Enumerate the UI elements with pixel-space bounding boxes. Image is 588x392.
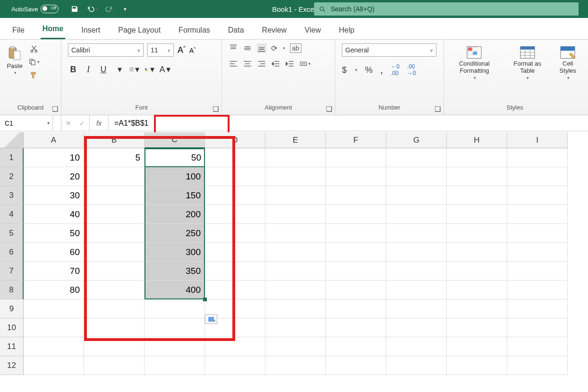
alignment-dialog-launcher[interactable] — [326, 106, 332, 112]
cell-C1[interactable]: 50 — [145, 148, 205, 167]
cell-F7[interactable] — [326, 262, 386, 281]
cell-I2[interactable] — [507, 167, 568, 186]
cell-C11[interactable] — [145, 337, 205, 356]
align-left-icon[interactable] — [229, 59, 238, 68]
row-header-11[interactable]: 11 — [0, 337, 24, 356]
row-header-12[interactable]: 12 — [0, 356, 24, 375]
tab-review[interactable]: Review — [260, 22, 289, 39]
grow-font-icon[interactable]: A^ — [178, 45, 186, 55]
cell-E9[interactable] — [265, 299, 326, 318]
cell-D1[interactable] — [205, 148, 265, 167]
row-header-1[interactable]: 1 — [0, 148, 24, 167]
cell-H10[interactable] — [447, 318, 507, 337]
cell-C4[interactable]: 200 — [145, 205, 205, 224]
cell-B3[interactable] — [84, 186, 145, 205]
cell-B5[interactable] — [84, 224, 145, 243]
cell-G3[interactable] — [386, 186, 447, 205]
cell-C5[interactable]: 250 — [145, 224, 205, 243]
search-box[interactable]: Search (Alt+Q) — [314, 2, 579, 16]
align-top-icon[interactable] — [229, 43, 238, 53]
comma-format-icon[interactable]: , — [380, 64, 383, 76]
cell-B8[interactable] — [84, 281, 145, 299]
format-as-table-button[interactable]: Format as Table▾ — [511, 43, 545, 80]
row-header-3[interactable]: 3 — [0, 186, 24, 205]
cell-F6[interactable] — [326, 243, 386, 262]
row-header-10[interactable]: 10 — [0, 318, 24, 337]
cell-D8[interactable] — [205, 281, 265, 299]
cell-A3[interactable]: 30 — [24, 186, 84, 205]
tab-formulas[interactable]: Formulas — [177, 22, 212, 39]
cell-G5[interactable] — [386, 224, 447, 243]
toggle-off-icon[interactable]: Off — [41, 5, 59, 13]
cell-I3[interactable] — [507, 186, 568, 205]
row-header-5[interactable]: 5 — [0, 224, 24, 243]
cell-F4[interactable] — [326, 205, 386, 224]
paste-button[interactable]: Paste ▾ — [7, 43, 23, 75]
cell-B7[interactable] — [84, 262, 145, 281]
cell-H6[interactable] — [447, 243, 507, 262]
row-header-6[interactable]: 6 — [0, 243, 24, 262]
row-header-4[interactable]: 4 — [0, 205, 24, 224]
cell-B12[interactable] — [84, 356, 145, 375]
align-bottom-icon[interactable] — [257, 43, 266, 53]
fill-handle[interactable] — [203, 298, 207, 301]
cell-E1[interactable] — [265, 148, 326, 167]
cell-H9[interactable] — [447, 299, 507, 318]
format-painter-icon[interactable] — [28, 70, 40, 80]
cell-E3[interactable] — [265, 186, 326, 205]
cell-I4[interactable] — [507, 205, 568, 224]
font-name-combo[interactable]: Calibri∨ — [68, 43, 144, 57]
enter-formula-icon[interactable]: ✓ — [79, 119, 85, 127]
fx-icon[interactable]: fx — [90, 115, 109, 131]
increase-decimal-icon[interactable]: ←0.00 — [391, 63, 400, 77]
col-header-A[interactable]: A — [24, 132, 84, 148]
cell-F12[interactable] — [326, 356, 386, 375]
autofill-options-icon[interactable] — [205, 315, 217, 324]
wrap-text-icon[interactable]: ab — [290, 43, 301, 53]
cell-I7[interactable] — [507, 262, 568, 281]
cell-C10[interactable] — [145, 318, 205, 337]
cell-E7[interactable] — [265, 262, 326, 281]
cell-D3[interactable] — [205, 186, 265, 205]
cell-C9[interactable] — [145, 299, 205, 318]
number-dialog-launcher[interactable] — [435, 106, 441, 112]
cell-B11[interactable] — [84, 337, 145, 356]
cell-A1[interactable]: 10 — [24, 148, 84, 167]
redo-icon[interactable]: ▾ — [105, 4, 116, 14]
cell-C12[interactable] — [145, 356, 205, 375]
cell-A10[interactable] — [24, 318, 84, 337]
cell-F2[interactable] — [326, 167, 386, 186]
cell-F9[interactable] — [326, 299, 386, 318]
cell-I11[interactable] — [507, 337, 568, 356]
font-color-icon[interactable]: A▾ — [160, 64, 170, 75]
decrease-decimal-icon[interactable]: .00→0 — [407, 63, 416, 77]
cell-A5[interactable]: 50 — [24, 224, 84, 243]
tab-file[interactable]: File — [10, 22, 26, 39]
cell-D4[interactable] — [205, 205, 265, 224]
name-box[interactable]: C1 ▾ — [0, 115, 53, 131]
col-header-G[interactable]: G — [386, 132, 447, 148]
cell-B2[interactable] — [84, 167, 145, 186]
col-header-F[interactable]: F — [326, 132, 386, 148]
decrease-indent-icon[interactable] — [271, 59, 281, 68]
font-dialog-launcher[interactable] — [213, 106, 219, 112]
cell-F3[interactable] — [326, 186, 386, 205]
col-header-I[interactable]: I — [507, 132, 568, 148]
tab-data[interactable]: Data — [226, 22, 246, 39]
undo-icon[interactable]: ▾ — [87, 4, 98, 14]
cell-H1[interactable] — [447, 148, 507, 167]
fill-color-icon[interactable]: ▾ — [145, 64, 155, 75]
cell-C7[interactable]: 350 — [145, 262, 205, 281]
row-header-2[interactable]: 2 — [0, 167, 24, 186]
cell-A8[interactable]: 80 — [24, 281, 84, 299]
cell-G12[interactable] — [386, 356, 447, 375]
cell-C2[interactable]: 100 — [145, 167, 205, 186]
col-header-C[interactable]: C — [145, 132, 205, 148]
underline-button[interactable]: U — [98, 65, 109, 75]
cell-F11[interactable] — [326, 337, 386, 356]
cell-G2[interactable] — [386, 167, 447, 186]
autosave-toggle[interactable]: AutoSave Off — [11, 5, 59, 13]
cell-G6[interactable] — [386, 243, 447, 262]
cell-H5[interactable] — [447, 224, 507, 243]
cell-I12[interactable] — [507, 356, 568, 375]
